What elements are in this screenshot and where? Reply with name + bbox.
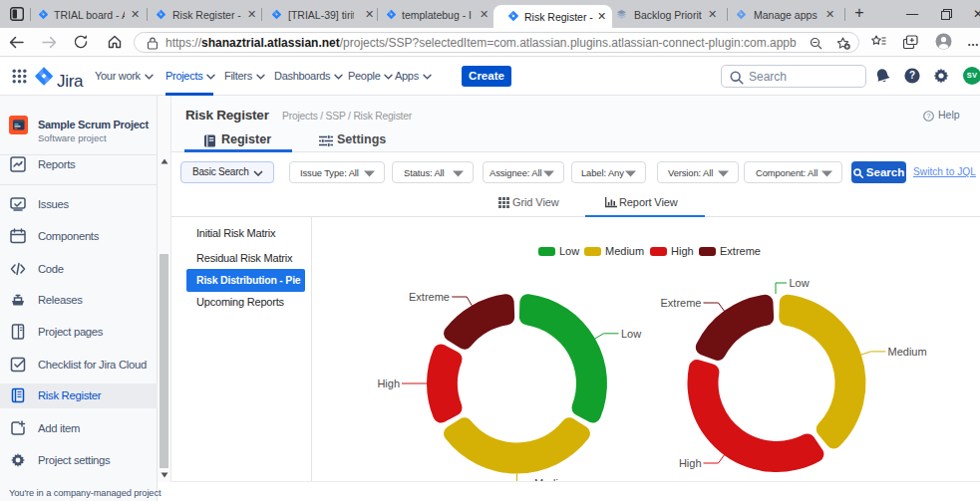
svg-text:Low: Low — [621, 328, 641, 340]
svg-text:Extreme: Extreme — [661, 297, 702, 309]
svg-text:High: High — [679, 457, 702, 469]
svg-text:Low: Low — [790, 277, 810, 289]
svg-text:Medium: Medium — [888, 346, 927, 358]
svg-text:?: ? — [927, 113, 931, 120]
svg-text:?: ? — [909, 70, 915, 81]
svg-text:Extreme: Extreme — [409, 291, 450, 303]
svg-text:High: High — [377, 377, 400, 389]
